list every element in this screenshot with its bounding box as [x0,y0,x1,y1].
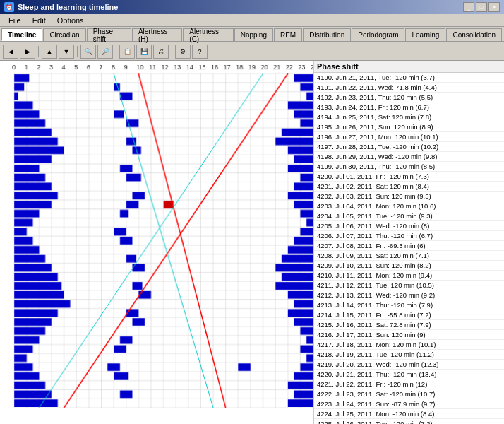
toolbar-btn-down[interactable]: ▼ [59,45,74,59]
list-item[interactable]: 4219. Jul 20, 2011, Wed: -120 min (12.3) [314,360,504,370]
list-item[interactable]: 4200. Jul 01, 2011, Fri: -120 min (7.3) [314,172,504,182]
list-item[interactable]: 4223. Jul 24, 2011, Sun: -87.9 min (9.7) [314,399,504,409]
list-item[interactable]: 4206. Jul 07, 2011, Thu: -120 min (6.7) [314,231,504,241]
list-item[interactable]: 4222. Jul 23, 2011, Sat: -120 min (10.7) [314,389,504,399]
toolbar-btn-prev[interactable]: ◀ [3,45,18,59]
list-item[interactable]: 4198. Jun 29, 2011, Wed: -120 min (9.8) [314,152,504,162]
tab-distribution[interactable]: Distribution [303,28,351,41]
close-button[interactable]: ✕ [488,2,500,12]
list-item[interactable]: 4192. Jun 23, 2011, Thu: 120 min (5.5) [314,93,504,102]
list-item[interactable]: 4201. Jul 02, 2011, Sat: 120 min (8.4) [314,182,504,192]
toolbar-separator-2 [77,46,78,57]
main-area: Phase shift 4190. Jun 21, 2011, Tue: -12… [0,61,504,424]
app-icon: ⏰ [4,2,14,12]
toolbar-btn-zoom-out[interactable]: 🔎 [97,45,113,59]
maximize-button[interactable]: □ [476,2,487,12]
minimize-button[interactable]: _ [463,2,474,12]
list-item[interactable]: 4204. Jul 05, 2011, Tue: -120 min (9.3) [314,211,504,221]
right-panel: Phase shift 4190. Jun 21, 2011, Tue: -12… [313,61,504,424]
list-item[interactable]: 4217. Jul 18, 2011, Mon: 120 min (10.1) [314,340,504,350]
right-panel-header: Phase shift [314,61,504,73]
list-item[interactable]: 4207. Jul 08, 2011, Fri: -69.3 min (6) [314,241,504,251]
menu-edit[interactable]: Edit [27,16,52,25]
list-item[interactable]: 4203. Jul 04, 2011, Mon: 120 min (10.6) [314,201,504,211]
list-item[interactable]: 4212. Jul 13, 2011, Wed: -120 min (9.2) [314,290,504,300]
list-item[interactable]: 4221. Jul 22, 2011, Fri: -120 min (12) [314,379,504,389]
toolbar-separator-4 [172,46,172,57]
list-item[interactable]: 4191. Jun 22, 2011, Wed: 71.8 min (4.4) [314,83,504,93]
toolbar: ◀ ▶ ▲ ▼ 🔍 🔎 📋 💾 🖨 ⚙ ? [0,42,504,61]
toolbar-btn-help[interactable]: ? [192,45,208,59]
list-item[interactable]: 4211. Jul 12, 2011, Tue: 120 min (10.5) [314,281,504,290]
list-item[interactable]: 4205. Jul 06, 2011, Wed: -120 min (8) [314,221,504,231]
list-item[interactable]: 4193. Jun 24, 2011, Fri: 120 min (6.7) [314,102,504,112]
tab-bar: Timeline Circadian Phase shift Alertness… [0,27,504,42]
list-item[interactable]: 4225. Jul 26, 2011, Tue: -120 min (7.2) [314,419,504,424]
timeline-canvas[interactable] [0,61,313,408]
title-bar: ⏰ Sleep and learning timeline _ □ ✕ [0,0,504,14]
list-item[interactable]: 4208. Jul 09, 2011, Sat: 120 min (7.1) [314,251,504,261]
phase-items-container: 4190. Jun 21, 2011, Tue: -120 min (3.7)4… [314,73,504,424]
tab-circadian[interactable]: Circadian [43,28,85,41]
list-item[interactable]: 4210. Jul 11, 2011, Mon: 120 min (9.4) [314,271,504,281]
tab-learning[interactable]: Learning [405,28,445,41]
toolbar-separator-3 [116,46,116,57]
chart-area[interactable] [0,61,313,424]
list-item[interactable]: 4194. Jun 25, 2011, Sat: 120 min (7.8) [314,112,504,122]
list-item[interactable]: 4197. Jun 28, 2011, Tue: -120 min (10.2) [314,142,504,152]
list-item[interactable]: 4214. Jul 15, 2011, Fri: -55.8 min (7.2) [314,310,504,320]
list-item[interactable]: 4196. Jun 27, 2011, Mon: 120 min (10.1) [314,132,504,142]
tab-periodogram[interactable]: Periodogram [352,28,404,41]
toolbar-btn-print[interactable]: 🖨 [153,45,169,59]
toolbar-btn-settings[interactable]: ⚙ [175,45,191,59]
toolbar-btn-up[interactable]: ▲ [42,45,57,59]
tab-napping[interactable]: Napping [234,28,273,41]
window-title: Sleep and learning timeline [18,3,118,11]
menu-bar: File Edit Options [0,14,504,27]
list-item[interactable]: 4199. Jun 30, 2011, Thu: -120 min (8.5) [314,162,504,172]
toolbar-btn-zoom-in[interactable]: 🔍 [80,45,96,59]
tab-rem[interactable]: REM [274,28,302,41]
tab-alertness-h[interactable]: Alertness (H) [132,28,182,41]
toolbar-btn-save[interactable]: 💾 [136,45,152,59]
tab-timeline[interactable]: Timeline [1,28,42,41]
tab-phase-shift[interactable]: Phase shift [87,28,131,41]
list-item[interactable]: 4190. Jun 21, 2011, Tue: -120 min (3.7) [314,73,504,83]
tab-alertness-c[interactable]: Alertness (C) [183,28,233,41]
list-item[interactable]: 4202. Jul 03, 2011, Sun: 120 min (9.5) [314,192,504,201]
list-item[interactable]: 4195. Jun 26, 2011, Sun: 120 min (8.9) [314,122,504,132]
toolbar-btn-copy[interactable]: 📋 [119,45,135,59]
toolbar-btn-next[interactable]: ▶ [20,45,35,59]
menu-options[interactable]: Options [52,16,90,25]
list-item[interactable]: 4220. Jul 21, 2011, Thu: -120 min (13.4) [314,370,504,379]
tab-consolidation[interactable]: Consolidation [446,28,502,41]
list-item[interactable]: 4216. Jul 17, 2011, Sun: 120 min (9) [314,330,504,340]
list-item[interactable]: 4213. Jul 14, 2011, Thu: -120 min (7.9) [314,300,504,310]
list-item[interactable]: 4209. Jul 10, 2011, Sun: 120 min (8.2) [314,261,504,271]
list-item[interactable]: 4224. Jul 25, 2011, Mon: -120 min (8.4) [314,409,504,419]
list-item[interactable]: 4215. Jul 16, 2011, Sat: 72.8 min (7.9) [314,320,504,330]
toolbar-separator-1 [38,46,39,57]
menu-file[interactable]: File [3,16,27,25]
list-item[interactable]: 4218. Jul 19, 2011, Tue: 120 min (11.2) [314,350,504,360]
